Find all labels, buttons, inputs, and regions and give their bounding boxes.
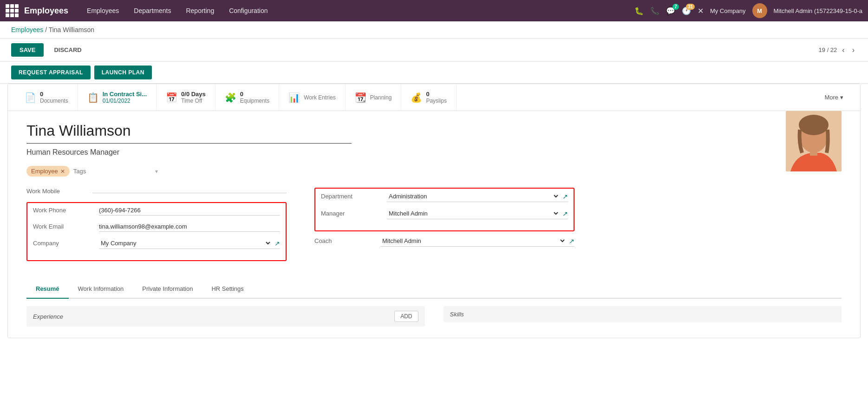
stat-tabs: 📄 0 Documents 📋 In Contract Si... 01/01/… — [8, 84, 860, 111]
request-appraisal-button[interactable]: REQUEST APPRAISAL — [11, 66, 91, 79]
clock-badge: 31 — [686, 4, 695, 10]
stat-tab-equipments[interactable]: 🧩 0 Equipments — [215, 84, 279, 111]
stat-tab-payslips[interactable]: 💰 0 Payslips — [401, 84, 457, 111]
tab-work-information[interactable]: Work Information — [69, 280, 133, 299]
tags-input[interactable] — [73, 168, 151, 175]
form-tabs: Resumé Work Information Private Informat… — [26, 280, 842, 299]
menu-employees[interactable]: Employees — [79, 0, 126, 21]
experience-header: Experience ADD — [26, 306, 425, 327]
company-select[interactable]: My Company — [99, 239, 272, 247]
equipments-icon: 🧩 — [225, 92, 236, 103]
documents-count: 0 — [40, 91, 68, 98]
work-mobile-field: Work Mobile — [26, 188, 287, 195]
stat-tab-contract[interactable]: 📋 In Contract Si... 01/01/2022 — [78, 84, 157, 111]
top-right-icons: 🐛 📞 💬 7 🕐 31 ✕ My Company M Mitchell Adm… — [634, 3, 862, 18]
close-icon[interactable]: ✕ — [698, 7, 704, 15]
breadcrumb-current: Tina Williamson — [49, 26, 94, 33]
coach-select[interactable]: Mitchell Admin — [380, 237, 566, 245]
work-entries-icon: 📊 — [288, 92, 300, 103]
tag-remove-icon[interactable]: ✕ — [60, 168, 65, 175]
tab-private-information[interactable]: Private Information — [133, 280, 202, 299]
work-phone-field: Work Phone (360)-694-7266 — [33, 207, 280, 216]
equipments-label: Equipments — [240, 98, 269, 104]
payslips-icon: 💰 — [411, 92, 422, 103]
add-experience-button[interactable]: ADD — [394, 311, 418, 322]
menu-reporting[interactable]: Reporting — [178, 0, 222, 21]
skills-header: Skills — [444, 306, 842, 322]
company-select-wrap[interactable]: My Company ↗ — [99, 239, 280, 249]
manager-field: Manager Mitchell Admin ↗ — [321, 210, 568, 219]
work-entries-label: Work Entries — [304, 94, 335, 101]
svg-rect-3 — [810, 149, 817, 156]
left-fields: Work Mobile Work Phone (360)-694-7266 Wo… — [26, 188, 287, 267]
save-button[interactable]: SAVE — [11, 43, 44, 57]
work-phone-value[interactable]: (360)-694-7266 — [99, 207, 280, 216]
work-email-field: Work Email tina.williamson98@example.com — [33, 223, 280, 232]
highlighted-left-fields: Work Phone (360)-694-7266 Work Email tin… — [26, 202, 287, 261]
tab-resume[interactable]: Resumé — [26, 280, 69, 299]
company-external-link-icon[interactable]: ↗ — [274, 240, 280, 247]
stat-tab-documents[interactable]: 📄 0 Documents — [15, 84, 78, 111]
button-bar: REQUEST APPRAISAL LAUNCH PLAN — [0, 62, 868, 84]
employee-tag[interactable]: Employee ✕ — [26, 166, 70, 177]
fields-section: Work Mobile Work Phone (360)-694-7266 Wo… — [26, 188, 842, 267]
stat-tab-planning[interactable]: 📆 Planning — [346, 84, 402, 111]
employee-name[interactable]: Tina Williamson — [26, 122, 352, 144]
pager: 19 / 22 ‹ › — [819, 45, 857, 55]
department-external-link-icon[interactable]: ↗ — [562, 193, 568, 200]
breadcrumb-separator: / — [45, 26, 49, 33]
stat-tab-more[interactable]: More ▾ — [815, 84, 853, 111]
coach-external-link-icon[interactable]: ↗ — [569, 237, 574, 245]
tags-row: Employee ✕ ▾ — [26, 166, 842, 177]
company-field: Company My Company ↗ — [33, 239, 280, 249]
top-navigation: Employees Employees Departments Reportin… — [0, 0, 868, 21]
pager-text: 19 / 22 — [819, 46, 837, 53]
breadcrumb: Employees / Tina Williamson — [0, 21, 868, 39]
breadcrumb-parent[interactable]: Employees — [11, 26, 43, 33]
main-content: Tina Williamson Human Resources Manager … — [8, 111, 860, 338]
action-bar: SAVE DISCARD 19 / 22 ‹ › — [0, 39, 868, 62]
work-email-value[interactable]: tina.williamson98@example.com — [99, 223, 280, 232]
department-select[interactable]: Administration — [387, 192, 560, 200]
planning-label: Planning — [370, 94, 392, 101]
coach-field: Coach Mitchell Admin ↗ — [314, 237, 574, 247]
highlighted-right-fields: Department Administration ↗ Manager — [314, 188, 574, 231]
manager-external-link-icon[interactable]: ↗ — [562, 210, 568, 217]
discard-button[interactable]: DISCARD — [47, 43, 88, 57]
photo-container — [786, 111, 842, 171]
top-menu: Employees Departments Reporting Configur… — [79, 0, 634, 21]
pager-prev[interactable]: ‹ — [840, 45, 847, 55]
avatar[interactable]: M — [752, 3, 767, 18]
user-name: Mitchell Admin (15722349-15-0-a — [774, 7, 863, 14]
tags-dropdown-icon[interactable]: ▾ — [155, 168, 158, 175]
menu-configuration[interactable]: Configuration — [222, 0, 275, 21]
department-select-wrap[interactable]: Administration ↗ — [387, 192, 568, 202]
stat-tab-work-entries[interactable]: 📊 Work Entries — [279, 84, 345, 111]
employee-photo[interactable] — [786, 111, 842, 171]
experience-left: Experience ADD — [26, 306, 425, 327]
stat-tab-timeoff[interactable]: 📅 0/0 Days Time Off — [157, 84, 215, 111]
more-chevron-icon: ▾ — [840, 94, 843, 101]
tab-hr-settings[interactable]: HR Settings — [202, 280, 253, 299]
manager-select[interactable]: Mitchell Admin — [387, 210, 560, 217]
phone-icon[interactable]: 📞 — [650, 7, 659, 15]
skills-label: Skills — [450, 311, 464, 318]
payslips-count: 0 — [426, 91, 447, 98]
company-label: Company — [33, 240, 93, 247]
manager-select-wrap[interactable]: Mitchell Admin ↗ — [387, 210, 568, 219]
launch-plan-button[interactable]: LAUNCH PLAN — [94, 66, 152, 79]
bug-icon[interactable]: 🐛 — [634, 7, 644, 15]
employee-job-title[interactable]: Human Resources Manager — [26, 148, 842, 157]
skills-section: Skills — [444, 306, 842, 327]
pager-next[interactable]: › — [850, 45, 857, 55]
messages-icon-wrap[interactable]: 💬 7 — [666, 7, 675, 15]
brand-name: Employees — [24, 6, 68, 16]
contract-icon: 📋 — [87, 92, 99, 103]
clock-icon-wrap[interactable]: 🕐 31 — [682, 7, 691, 15]
tag-label: Employee — [31, 168, 58, 175]
work-mobile-value — [92, 191, 287, 193]
app-switcher-icon[interactable] — [6, 4, 19, 17]
menu-departments[interactable]: Departments — [126, 0, 178, 21]
experience-label: Experience — [33, 313, 63, 320]
coach-select-wrap[interactable]: Mitchell Admin ↗ — [380, 237, 574, 247]
